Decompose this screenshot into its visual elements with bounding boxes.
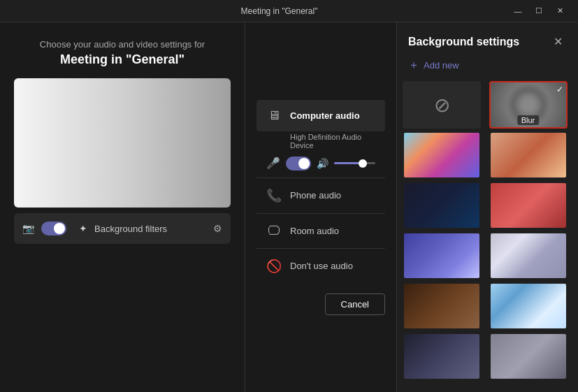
camera-toggle-knob [54,223,65,234]
add-new-label: Add new [424,60,459,71]
blur-label: Blur [517,115,540,125]
meeting-title: Meeting in "General" [40,52,205,67]
phone-audio-label: Phone audio [290,190,341,201]
computer-audio-option[interactable]: 🖥 Computer audio [257,100,385,131]
computer-audio-label: Computer audio [290,110,360,121]
bg-option-8[interactable] [489,282,568,330]
bg-panel-title: Background settings [408,36,519,48]
settings-icon[interactable]: ⚙ [213,223,222,234]
cancel-area: Cancel [257,293,385,315]
speaker-icon: 🔊 [317,158,328,169]
phone-audio-icon: 📞 [266,188,282,203]
left-panel: Choose your audio and video settings for… [0,22,245,392]
phone-audio-option[interactable]: 📞 Phone audio [257,180,385,212]
divider-1 [257,177,385,178]
bg-option-blur[interactable]: Blur ✓ [489,81,568,129]
computer-audio-icon: 🖥 [266,108,282,123]
room-audio-option[interactable]: 🖵 Room audio [257,215,385,247]
bg-option-10[interactable] [489,333,568,380]
selected-checkmark: ✓ [556,85,563,94]
video-bottom-bar: 📷 ✦ Background filters ⚙ [14,213,231,244]
mic-volume-row: 🎤 🔊 [257,154,385,176]
video-preview [14,78,231,208]
cancel-button[interactable]: Cancel [325,293,385,315]
window-controls: — ☐ ✕ [508,4,570,18]
header-subtext: Choose your audio and video settings for [40,39,205,50]
volume-slider[interactable] [334,162,375,164]
plus-icon: ＋ [408,58,419,73]
maximize-button[interactable]: ☐ [529,4,549,18]
bg-option-6[interactable] [489,232,568,280]
bg-panel-header: Background settings ✕ [397,22,578,55]
no-audio-option[interactable]: 🚫 Don't use audio [257,250,385,282]
audio-section: 🖥 Computer audio High Definition Audio D… [245,22,396,392]
divider-2 [257,213,385,214]
camera-icon: 📷 [22,223,34,234]
bg-option-2[interactable] [489,131,568,179]
mic-toggle-knob [298,158,310,169]
divider-3 [257,248,385,249]
bg-option-1[interactable] [403,131,481,179]
bg-option-9[interactable] [403,333,481,380]
camera-toggle[interactable] [41,222,66,235]
mic-toggle[interactable] [286,157,311,170]
bg-option-7[interactable] [403,282,481,330]
bg-option-5[interactable] [403,232,481,280]
bg-option-3[interactable] [403,182,481,229]
room-audio-icon: 🖵 [266,224,282,238]
microphone-icon: 🎤 [266,157,280,170]
meeting-header: Choose your audio and video settings for… [40,39,205,67]
bg-close-button[interactable]: ✕ [549,34,567,50]
no-audio-label: Don't use audio [290,261,353,271]
main-container: Choose your audio and video settings for… [0,22,578,392]
close-button[interactable]: ✕ [550,4,570,18]
no-bg-icon: ⊘ [434,94,450,117]
window-title: Meeting in "General" [50,6,508,16]
title-bar: Meeting in "General" — ☐ ✕ [0,0,578,22]
add-new-button[interactable]: ＋ Add new [397,55,578,81]
no-audio-icon: 🚫 [266,259,282,274]
bg-option-none[interactable]: ⊘ [403,81,481,129]
video-preview-inner [14,78,231,208]
sparkle-icon: ✦ [79,223,87,234]
background-grid: ⊘ Blur ✓ [397,81,578,386]
bg-option-4[interactable] [489,182,568,229]
room-audio-label: Room audio [290,226,339,236]
volume-slider-thumb [359,159,367,168]
background-settings-panel: Background settings ✕ ＋ Add new ⊘ Blur ✓ [396,22,578,392]
hd-label: High Definition Audio Device [257,131,385,154]
bg-filters-label: Background filters [94,224,206,234]
blur-preview [514,91,542,119]
minimize-button[interactable]: — [508,4,528,18]
